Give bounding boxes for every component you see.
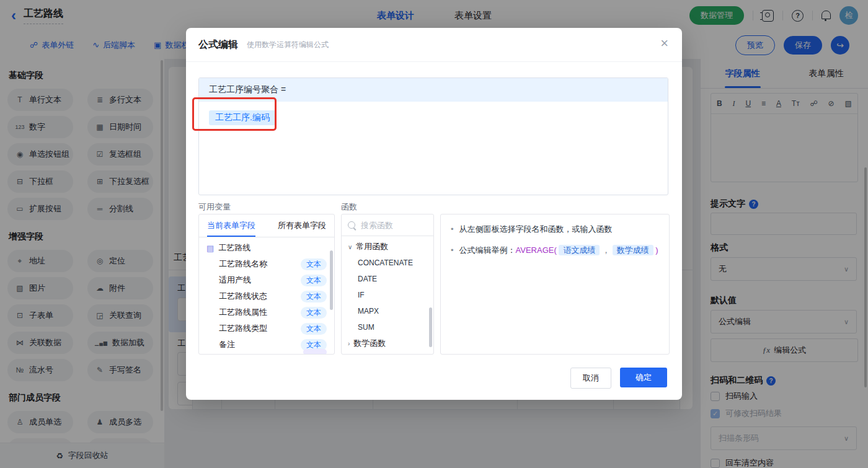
type-badge: 文本 [301, 323, 327, 335]
variable-name: 适用产线 [219, 275, 251, 286]
variable-name: 工艺路线名称 [219, 258, 267, 270]
modal-subtitle: 使用数学运算符编辑公式 [247, 40, 329, 50]
group-label: 数学函数 [353, 338, 386, 349]
formula-field-token[interactable]: 工艺工序.编码 [209, 110, 276, 125]
group-label: 文本函数 [353, 354, 386, 355]
function-group-text[interactable]: › 文本函数 [342, 351, 433, 355]
function-item[interactable]: SUM [342, 319, 433, 335]
chevron-down-icon: ∨ [348, 244, 352, 250]
function-item[interactable]: MAPX [342, 303, 433, 319]
variable-name: 工艺路线状态 [219, 291, 267, 302]
tree-root-label: 工艺路线 [218, 242, 250, 254]
close-icon[interactable]: × [660, 37, 668, 50]
group-label: 常用函数 [356, 241, 388, 252]
formula-editor[interactable]: 工艺工序编号聚合 = 工艺工序.编码 [198, 77, 668, 195]
variable-row[interactable]: 工艺路线名称文本 [199, 256, 334, 272]
separator: ， [602, 245, 610, 255]
chevron-right-icon: › [348, 340, 350, 347]
modal-title: 公式编辑 [198, 38, 238, 51]
function-search-input[interactable] [360, 220, 424, 231]
tip-text: 从左侧面板选择字段名和函数，或输入函数 [459, 223, 613, 236]
variable-name: 工艺路线属性 [219, 307, 267, 318]
bullet-icon: • [451, 223, 454, 236]
tab-current-form-fields[interactable]: 当前表单字段 [207, 214, 255, 237]
variable-row[interactable]: 备注文本 [199, 337, 334, 353]
tree-root-form[interactable]: ▤ 工艺路线 [199, 240, 334, 256]
confirm-button[interactable]: 确定 [620, 368, 667, 387]
cancel-button[interactable]: 取消 [570, 368, 611, 389]
function-name: AVERAGE( [516, 245, 557, 255]
tip-text: 公式编辑举例：AVERAGE( 语文成绩 ， 数学成绩 ) [459, 244, 658, 257]
variable-row[interactable]: 工艺路线类型文本 [199, 320, 334, 337]
type-badge: 文本 [301, 258, 327, 270]
example-field-tag: 数学成绩 [613, 245, 653, 255]
formula-edit-modal: 公式编辑 使用数学运算符编辑公式 × 工艺工序编号聚合 = 工艺工序.编码 可用… [186, 28, 682, 400]
functions-scrollbar[interactable] [429, 307, 432, 347]
type-badge: 文本 [301, 291, 327, 302]
functions-label: 函数 [341, 201, 357, 213]
variables-scrollbar[interactable] [330, 250, 333, 310]
example-field-tag: 语文成绩 [559, 245, 600, 255]
bullet-icon: • [451, 244, 454, 257]
variable-row[interactable]: 适用产线文本 [199, 272, 334, 288]
tips-panel: • 从左侧面板选择字段名和函数，或输入函数 • 公式编辑举例：AVERAGE( … [440, 214, 670, 355]
variables-panel: 当前表单字段 所有表单字段 ▤ 工艺路线 工艺路线名称文本 适用产线文本 工艺路… [198, 214, 335, 355]
variable-name: 备注 [219, 339, 235, 350]
function-item[interactable]: IF [342, 287, 433, 303]
form-doc-icon: ▤ [206, 244, 214, 253]
function-search [342, 214, 433, 236]
variable-row[interactable]: 工艺路线状态文本 [199, 288, 334, 304]
tab-all-form-fields[interactable]: 所有表单字段 [278, 214, 326, 237]
cut-off-type-badge [303, 349, 327, 355]
tip-line-2: • 公式编辑举例：AVERAGE( 语文成绩 ， 数学成绩 ) [451, 244, 659, 257]
function-group-math[interactable]: › 数学函数 [342, 335, 433, 351]
type-badge: 文本 [301, 307, 327, 319]
function-group-common[interactable]: ∨ 常用函数 [342, 239, 433, 255]
formula-target: 工艺工序编号聚合 = [199, 78, 668, 102]
function-item[interactable]: DATE [342, 271, 433, 287]
variable-row[interactable]: 工艺路线属性文本 [199, 304, 334, 320]
variable-name: 工艺路线类型 [219, 323, 267, 334]
search-icon [348, 221, 355, 229]
app-screen: ‹ 工艺路线 表单设计 表单设置 数据管理 ? 检 ☍ 表单外链 ∿ 后端脚本 [0, 0, 868, 468]
function-item[interactable]: CONCATENATE [342, 255, 433, 271]
functions-panel: ∨ 常用函数 CONCATENATE DATE IF MAPX SUM › 数学… [341, 214, 434, 355]
variables-label: 可用变量 [198, 201, 231, 213]
function-close: ) [655, 245, 658, 255]
modal-header: 公式编辑 使用数学运算符编辑公式 × [186, 28, 682, 62]
type-badge: 文本 [301, 275, 327, 286]
example-prefix: 公式编辑举例： [459, 245, 516, 255]
tip-line-1: • 从左侧面板选择字段名和函数，或输入函数 [451, 223, 659, 236]
